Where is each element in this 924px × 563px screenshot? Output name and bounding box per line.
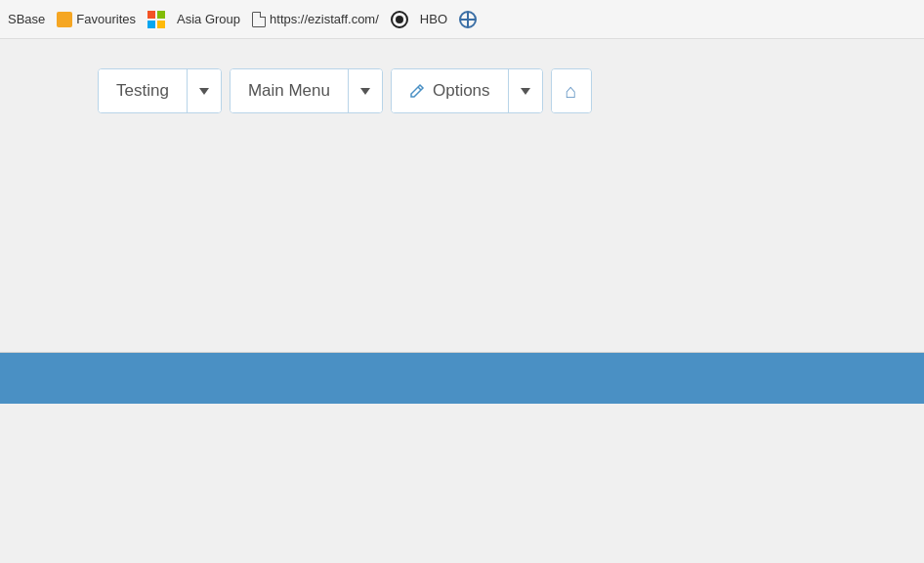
home-button[interactable]: ⌂	[552, 69, 591, 112]
bookmark-bar: SBase Favourites Asia Group https://ezis…	[0, 0, 924, 39]
home-icon: ⌂	[566, 80, 577, 103]
bookmark-windows[interactable]	[147, 11, 165, 28]
camera-lens	[396, 16, 403, 23]
url-text: https://ezistaff.com/	[270, 12, 379, 26]
main-menu-button[interactable]: Main Menu	[231, 69, 348, 112]
chevron-down-icon	[199, 88, 209, 95]
main-menu-arrow-button[interactable]	[349, 69, 382, 112]
testing-arrow-button[interactable]	[188, 69, 221, 112]
chevron-down-icon	[360, 88, 370, 95]
asia-group-label: Asia Group	[177, 12, 240, 26]
edit-icon	[409, 83, 425, 99]
bookmark-favourites[interactable]: Favourites	[57, 12, 136, 27]
globe-icon	[459, 11, 477, 28]
hbo-label: HBO	[420, 12, 447, 26]
content-area	[0, 404, 924, 563]
testing-label: Testing	[116, 81, 169, 101]
main-menu-label: Main Menu	[248, 81, 330, 101]
folder-icon	[57, 12, 72, 27]
options-label: Options	[433, 81, 490, 101]
options-dropdown-group: Options	[391, 68, 543, 113]
bookmark-sbase[interactable]: SBase	[8, 12, 45, 26]
camera-icon	[391, 11, 408, 28]
bookmark-asia-group[interactable]: Asia Group	[177, 12, 240, 26]
bookmark-camera[interactable]	[391, 11, 408, 28]
options-arrow-button[interactable]	[509, 69, 542, 112]
toolbar: Testing Main Menu	[98, 68, 592, 113]
app-container: SBase Favourites Asia Group https://ezis…	[0, 0, 924, 563]
bookmark-globe[interactable]	[459, 11, 477, 28]
chevron-down-icon	[521, 88, 530, 95]
testing-button[interactable]: Testing	[99, 69, 187, 112]
main-toolbar-area: Testing Main Menu	[0, 39, 924, 293]
home-button-group: ⌂	[551, 68, 592, 113]
blue-bar	[0, 353, 924, 404]
main-menu-dropdown-group: Main Menu	[230, 68, 383, 113]
testing-dropdown-group: Testing	[98, 68, 222, 113]
favourites-label: Favourites	[76, 12, 136, 26]
url-bar[interactable]: https://ezistaff.com/	[252, 12, 379, 27]
windows-icon	[147, 11, 165, 28]
options-button[interactable]: Options	[392, 69, 508, 112]
page-icon	[252, 12, 266, 27]
bookmark-hbo[interactable]: HBO	[420, 12, 447, 26]
sbase-label: SBase	[8, 12, 45, 26]
